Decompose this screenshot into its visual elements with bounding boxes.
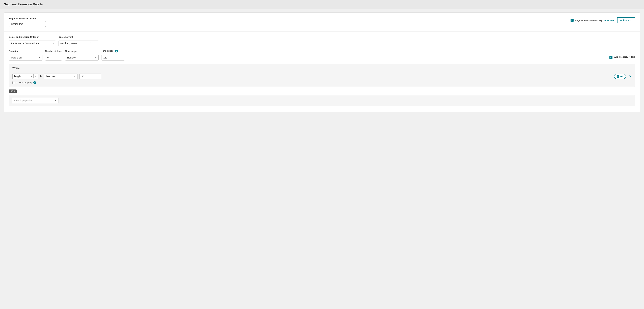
add-property-label: Add Property Filters (614, 56, 635, 58)
or-label: OR (620, 75, 624, 78)
time-range-label: Time range (65, 50, 98, 52)
or-plus-icon: + (617, 75, 619, 78)
section-divider (4, 31, 640, 32)
search-chevron-icon: ▼ (54, 99, 56, 102)
time-period-input[interactable] (101, 55, 125, 60)
search-properties-placeholder: Search properties... (14, 99, 54, 102)
where-section: Where length ✕ ▼ is less than greater th… (9, 64, 635, 87)
top-row: Segment Extension Name Regenerate Extens… (9, 17, 635, 27)
segment-name-label: Segment Extension Name (9, 17, 46, 20)
or-button[interactable]: + OR (614, 74, 626, 79)
and-section: AND Search properties... ▼ (9, 89, 635, 106)
number-of-times-input[interactable] (45, 55, 62, 60)
custom-event-chevron-icon[interactable]: ▼ (93, 42, 98, 44)
nested-info-icon[interactable]: i (33, 81, 36, 84)
nested-property-checkbox[interactable] (12, 81, 15, 84)
nested-label: Nested property (16, 81, 32, 84)
actions-button[interactable]: Actions ▼ (617, 17, 635, 23)
criterion-select[interactable]: Performed a Custom Event (9, 40, 56, 46)
search-properties-section: Search properties... ▼ (9, 95, 635, 106)
page-wrapper: Segment Extension Details Segment Extens… (0, 0, 644, 309)
property-clear-icon[interactable]: ✕ (29, 75, 33, 78)
custom-event-group: Custom event watched_movie ✕ ▼ (58, 36, 99, 46)
condition-select[interactable]: less than greater than equal to (44, 73, 78, 79)
actions-chevron-icon: ▼ (630, 19, 632, 22)
operator-select-wrapper: More than ▼ (9, 55, 42, 60)
time-period-label: Time period i (101, 50, 125, 52)
right-controls: Regenerate Extension Daily More Info Act… (570, 17, 635, 23)
operator-label: Operator (9, 50, 42, 52)
time-period-info-icon[interactable]: i (115, 50, 118, 52)
add-property-checkbox[interactable] (610, 56, 612, 59)
property-chevron-icon[interactable]: ▼ (34, 75, 38, 77)
number-of-times-group: Number of times (45, 50, 62, 60)
more-info-link[interactable]: More Info (604, 19, 614, 22)
segment-name-section: Segment Extension Name (9, 17, 46, 27)
page-header: Segment Extension Details (0, 0, 644, 9)
segment-name-input[interactable] (9, 21, 46, 27)
full-operator-row: Operator More than ▼ Number of times Tim… (9, 50, 635, 60)
custom-event-label: Custom event (58, 36, 99, 38)
time-range-group: Time range Relative ▼ (65, 50, 98, 60)
regenerate-checkbox[interactable] (570, 19, 574, 22)
property-select-wrapper[interactable]: length ✕ ▼ (12, 73, 38, 79)
criterion-group: Select an Extension Criterion Performed … (9, 36, 56, 46)
criterion-section: Select an Extension Criterion Performed … (9, 36, 635, 60)
time-range-select[interactable]: Relative (65, 55, 98, 60)
page-title: Segment Extension Details (4, 3, 43, 6)
where-row: length ✕ ▼ is less than greater than equ… (12, 73, 632, 79)
custom-event-value: watched_movie (59, 41, 89, 46)
main-content: Segment Extension Name Regenerate Extens… (4, 12, 640, 112)
custom-event-clear-icon[interactable]: ✕ (89, 42, 93, 45)
criterion-label: Select an Extension Criterion (9, 36, 56, 38)
actions-label: Actions (620, 19, 629, 22)
custom-event-wrapper[interactable]: watched_movie ✕ ▼ (58, 40, 99, 46)
regenerate-label: Regenerate Extension Daily (575, 19, 602, 22)
is-label: is (40, 75, 42, 78)
operator-group: Operator More than ▼ (9, 50, 42, 60)
property-value: length (12, 74, 29, 79)
time-range-select-wrapper: Relative ▼ (65, 55, 98, 60)
and-badge: AND (9, 89, 16, 93)
where-title: Where (12, 67, 632, 71)
search-properties-wrapper[interactable]: Search properties... ▼ (12, 98, 59, 103)
operator-select[interactable]: More than (9, 55, 42, 60)
number-label: Number of times (45, 50, 62, 52)
add-property-section: Add Property Filters (610, 56, 635, 60)
criterion-select-wrapper: Performed a Custom Event ▼ (9, 40, 56, 46)
time-period-group: Time period i (101, 50, 125, 60)
condition-select-wrapper: less than greater than equal to ▼ (44, 73, 78, 79)
row-delete-icon[interactable]: ✕ (629, 75, 632, 78)
criterion-row: Select an Extension Criterion Performed … (9, 36, 635, 46)
nested-row: Nested property i (12, 81, 632, 84)
regenerate-section: Regenerate Extension Daily More Info (570, 19, 614, 22)
filter-value-input[interactable] (80, 73, 101, 79)
